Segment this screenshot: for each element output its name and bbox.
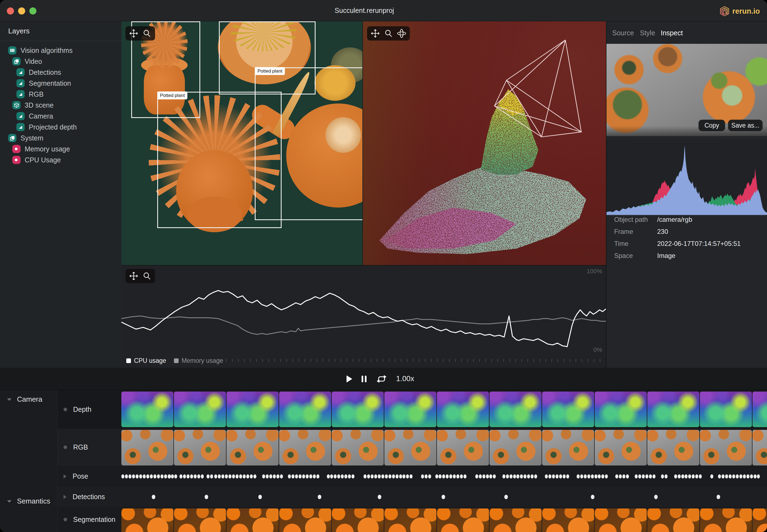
pose-event-dot[interactable] (520, 474, 523, 478)
pose-event-dot[interactable] (128, 474, 131, 478)
pose-event-dot[interactable] (464, 474, 467, 478)
row-strip-seg[interactable] (121, 507, 767, 532)
pose-event-dot[interactable] (276, 474, 279, 478)
pose-event-dot[interactable] (273, 474, 276, 478)
pose-event-dot[interactable] (446, 474, 449, 478)
seg-thumbnail[interactable] (700, 508, 752, 532)
pose-event-dot[interactable] (232, 474, 235, 478)
pose-event-dot[interactable] (266, 474, 269, 478)
pause-button[interactable] (361, 375, 367, 383)
pose-event-dot[interactable] (524, 474, 527, 478)
pose-event-dot[interactable] (493, 474, 496, 478)
group-semantics[interactable]: Semantics (7, 497, 50, 505)
pose-event-dot[interactable] (425, 474, 428, 478)
pose-event-dot[interactable] (591, 474, 594, 478)
pose-event-dot[interactable] (692, 474, 695, 478)
row-header[interactable]: Pose (57, 466, 121, 487)
pose-event-dot[interactable] (513, 474, 516, 478)
sidebar-item-projected-depth[interactable]: Projected depth (16, 122, 77, 133)
pose-event-dot[interactable] (510, 474, 513, 478)
move-tool-icon[interactable] (128, 271, 139, 281)
pose-event-dot[interactable] (221, 474, 224, 478)
move-tool-icon[interactable] (370, 28, 381, 39)
move-tool-icon[interactable] (128, 28, 139, 39)
pose-event-dot[interactable] (214, 474, 217, 478)
pose-event-dot[interactable] (601, 474, 604, 478)
pose-event-dot[interactable] (626, 474, 629, 478)
detection-event-dot[interactable] (378, 495, 381, 499)
pose-event-dot[interactable] (171, 474, 174, 478)
pose-event-dot[interactable] (206, 474, 209, 478)
rgb-thumbnail[interactable] (332, 430, 384, 465)
pose-event-dot[interactable] (410, 474, 413, 478)
rgb-thumbnail[interactable] (174, 430, 226, 465)
pose-event-dot[interactable] (725, 474, 728, 478)
depth-thumbnail[interactable] (647, 392, 699, 427)
timeline-row-segmentation[interactable]: Segmentation (57, 507, 767, 532)
pose-event-dot[interactable] (381, 474, 384, 478)
seg-thumbnail[interactable] (121, 508, 173, 532)
seg-thumbnail[interactable] (226, 508, 278, 532)
depth-thumbnail[interactable] (490, 392, 542, 427)
pose-event-dot[interactable] (399, 474, 402, 478)
pose-event-dot[interactable] (280, 474, 283, 478)
pose-event-dot[interactable] (351, 474, 354, 478)
pose-event-dot[interactable] (179, 474, 182, 478)
pose-event-dot[interactable] (378, 474, 381, 478)
timeseries-plot-panel[interactable]: 100% 0% CPU usage Memory usage (121, 265, 606, 368)
zoom-tool-icon[interactable] (141, 271, 152, 281)
rgb-thumbnail[interactable] (384, 430, 437, 465)
timeline-row-rgb[interactable]: RGB (57, 429, 767, 466)
pose-event-dot[interactable] (754, 474, 757, 478)
pose-event-dot[interactable] (269, 474, 272, 478)
pose-event-dot[interactable] (439, 474, 442, 478)
pose-event-dot[interactable] (348, 474, 351, 478)
pose-event-dot[interactable] (406, 474, 409, 478)
seg-thumbnail[interactable] (490, 508, 542, 532)
loop-button[interactable] (375, 373, 388, 384)
pose-event-dot[interactable] (374, 474, 377, 478)
pose-event-dot[interactable] (746, 474, 749, 478)
pose-event-dot[interactable] (367, 474, 370, 478)
row-header[interactable]: RGB (57, 429, 121, 466)
detection-event-dot[interactable] (258, 495, 262, 499)
pose-event-dot[interactable] (685, 474, 688, 478)
pose-event-dot[interactable] (516, 474, 519, 478)
row-strip-pose[interactable] (121, 466, 767, 487)
pose-event-dot[interactable] (139, 474, 142, 478)
pose-event-dot[interactable] (674, 474, 677, 478)
timeline-row-detections[interactable]: Detections (57, 487, 767, 507)
detection-event-dot[interactable] (442, 495, 445, 499)
viewport-2d-video[interactable]: Potted plant Potted plant (121, 21, 362, 265)
row-header[interactable]: Depth (57, 390, 121, 429)
depth-thumbnail[interactable] (437, 392, 489, 427)
pose-event-dot[interactable] (174, 474, 177, 478)
sidebar-item-segmentation[interactable]: Segmentation (16, 78, 71, 89)
pose-event-dot[interactable] (622, 474, 625, 478)
pose-event-dot[interactable] (545, 474, 548, 478)
pose-event-dot[interactable] (605, 474, 608, 478)
pose-event-dot[interactable] (757, 474, 760, 478)
pose-event-dot[interactable] (653, 474, 656, 478)
pose-event-dot[interactable] (246, 474, 249, 478)
pose-event-dot[interactable] (483, 474, 486, 478)
depth-thumbnail[interactable] (226, 392, 278, 427)
pose-event-dot[interactable] (556, 474, 559, 478)
pose-event-dot[interactable] (132, 474, 135, 478)
pose-event-dot[interactable] (150, 474, 153, 478)
pose-event-dot[interactable] (743, 474, 746, 478)
timeline-row-pose[interactable]: Pose (57, 466, 767, 487)
pose-event-dot[interactable] (225, 474, 228, 478)
pose-event-dot[interactable] (584, 474, 587, 478)
legend-memory-usage[interactable]: Memory usage (174, 357, 223, 364)
pose-event-dot[interactable] (125, 474, 128, 478)
detection-event-dot[interactable] (318, 495, 321, 499)
pose-event-dot[interactable] (288, 474, 291, 478)
pose-event-dot[interactable] (421, 474, 424, 478)
depth-thumbnail[interactable] (595, 392, 647, 427)
pose-event-dot[interactable] (168, 474, 171, 478)
pose-event-dot[interactable] (661, 474, 664, 478)
seg-thumbnail[interactable] (752, 508, 767, 532)
pose-event-dot[interactable] (239, 474, 242, 478)
pose-event-dot[interactable] (688, 474, 691, 478)
